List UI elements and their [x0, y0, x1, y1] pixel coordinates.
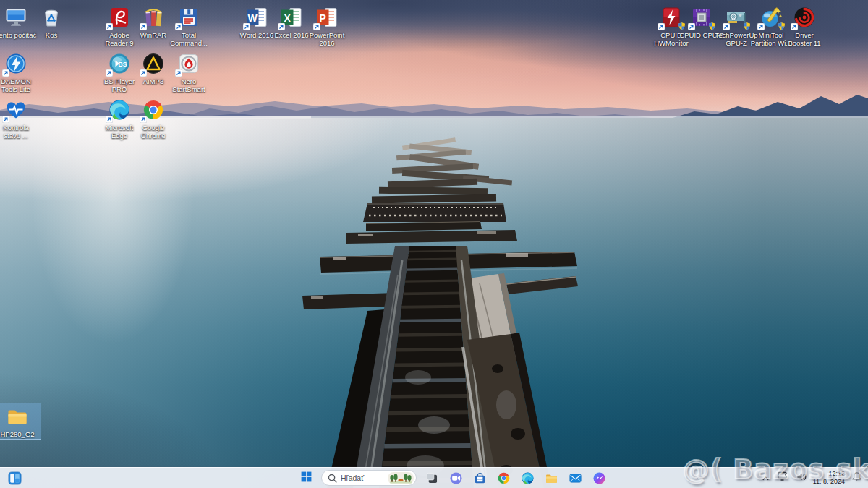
shortcut-arrow-icon	[175, 23, 182, 30]
clock-time: 12:12	[813, 470, 845, 478]
search-box[interactable]: Hľadať	[321, 470, 417, 486]
shortcut-arrow-icon	[106, 116, 113, 123]
daemon-icon	[4, 51, 28, 76]
edge-icon	[107, 98, 132, 122]
shortcut-arrow-icon	[140, 69, 147, 77]
mail-icon	[569, 471, 582, 485]
svg-text:W: W	[248, 12, 258, 24]
shortcut-arrow-icon	[658, 23, 665, 30]
system-tray: 12:12 11. 8. 2024	[760, 468, 863, 488]
desktop-icon-total-commander[interactable]: TotalCommand...	[166, 4, 212, 48]
search-placeholder: Hľadať	[341, 474, 384, 482]
network-button[interactable]	[777, 469, 790, 487]
messenger-icon	[592, 471, 606, 485]
shortcut-arrow-icon	[106, 23, 113, 30]
desktop-icon-recycle-bin[interactable]: Kôš	[28, 4, 75, 40]
notification-button[interactable]	[850, 469, 863, 487]
driver-booster-icon	[792, 5, 817, 30]
file-explorer-icon	[545, 471, 558, 485]
svg-text:P: P	[320, 12, 326, 24]
total-commander-icon	[176, 5, 201, 30]
aimp-icon	[141, 51, 166, 76]
chat-icon	[449, 471, 463, 485]
recycle-bin-icon	[39, 5, 64, 30]
edge-icon	[521, 471, 535, 485]
shortcut-arrow-icon	[140, 116, 147, 123]
minitool-icon	[759, 5, 783, 30]
adobe-reader-icon	[107, 5, 132, 30]
cpu-z-icon	[689, 5, 714, 30]
excel-icon: X	[279, 5, 304, 30]
shortcut-arrow-icon	[175, 69, 182, 77]
tray-chevron-button[interactable]	[760, 469, 772, 487]
bs-player-icon: BS	[107, 51, 132, 76]
shortcut-arrow-icon	[2, 116, 9, 123]
chevron-up-icon	[762, 471, 770, 484]
microsoft-store-icon	[473, 471, 487, 485]
start-button[interactable]	[297, 469, 315, 487]
desktop-icon-powerpoint-2016[interactable]: PPowerPoint2016	[304, 4, 350, 48]
windows-start-icon	[300, 471, 312, 486]
desktop-icon-label: AIMP3	[143, 77, 164, 85]
svg-text:BS: BS	[119, 61, 127, 68]
desktop-icon-driver-booster-11[interactable]: DriverBooster 11	[781, 4, 827, 48]
clock-date: 11. 8. 2024	[813, 478, 845, 486]
taskbar-app-edge[interactable]	[519, 469, 536, 487]
shortcut-arrow-icon	[243, 23, 250, 30]
shortcut-arrow-icon	[791, 23, 798, 30]
shortcut-arrow-icon	[313, 23, 320, 30]
taskbar-center: Hľadať	[297, 468, 608, 488]
widgets-button[interactable]	[6, 471, 23, 488]
desktop-icon-label: PowerPoint2016	[310, 31, 345, 47]
shortcut-arrow-icon	[723, 23, 730, 30]
taskbar: Hľadať 12:12 11. 8. 2024	[0, 467, 868, 488]
windows-desktop: Tento počítačKôšAdobeReader 9WinRARTotal…	[0, 0, 868, 488]
svg-text:X: X	[284, 12, 292, 24]
health-icon	[4, 98, 28, 122]
desktop-icon-label: AdobeReader 9	[105, 31, 133, 47]
search-icon	[328, 474, 337, 483]
shortcut-arrow-icon	[757, 23, 765, 30]
desktop-icon-daemon-tools-lite[interactable]: DAEMONTools Lite	[0, 51, 39, 94]
gpu-z-icon	[724, 5, 749, 30]
shortcut-arrow-icon	[688, 23, 695, 30]
desktop-icon-label: HP280_G2	[0, 430, 34, 438]
desktop-icon-label: Kôš	[46, 31, 57, 39]
taskbar-app-messenger[interactable]	[590, 469, 608, 487]
desktop-icon-nero-startsmart[interactable]: NeroStartSmart	[166, 51, 212, 94]
desktop-icon-label: Kontrolastavu ...	[3, 124, 28, 140]
taskbar-app-file-explorer[interactable]	[542, 469, 560, 487]
desktop-icon-label: GoogleChrome	[141, 124, 166, 140]
volume-icon	[796, 471, 807, 484]
shortcut-arrow-icon	[106, 69, 113, 77]
wallpaper-sea	[0, 118, 868, 488]
desktop-icon-kontrola-stavu[interactable]: Kontrolastavu ...	[0, 97, 39, 140]
taskbar-app-microsoft-store[interactable]	[471, 469, 488, 487]
clock[interactable]: 12:12 11. 8. 2024	[813, 470, 845, 487]
this-pc-icon	[4, 5, 28, 30]
volume-button[interactable]	[795, 469, 808, 487]
desktop-icon-label: DriverBooster 11	[788, 31, 820, 47]
nero-icon	[176, 51, 201, 76]
folder-icon	[5, 404, 30, 429]
powerpoint-icon: P	[315, 5, 339, 30]
taskbar-app-mail[interactable]	[566, 469, 584, 487]
desktop-icon-label: TotalCommand...	[170, 31, 208, 47]
shortcut-arrow-icon	[140, 23, 147, 30]
taskbar-app-chat[interactable]	[447, 469, 464, 487]
desktop-icon-label: NeroStartSmart	[172, 77, 205, 93]
desktop-icon-label: MicrosoftEdge	[106, 124, 134, 140]
taskbar-app-task-view[interactable]	[423, 469, 441, 487]
shortcut-arrow-icon	[278, 23, 285, 30]
winrar-icon	[141, 5, 166, 30]
taskbar-app-chrome[interactable]	[495, 469, 512, 487]
chrome-icon	[497, 471, 511, 485]
desktop-icon-hp280-g2-folder[interactable]: HP280_G2	[0, 403, 41, 439]
word-icon: W	[244, 5, 269, 30]
desktop-icon-label: DAEMONTools Lite	[1, 77, 31, 93]
bell-icon	[852, 471, 861, 484]
desktop-icon-label: WinRAR	[140, 31, 166, 39]
network-icon	[778, 471, 788, 484]
widgets-icon	[8, 471, 22, 488]
desktop-icon-google-chrome[interactable]: GoogleChrome	[130, 97, 176, 140]
